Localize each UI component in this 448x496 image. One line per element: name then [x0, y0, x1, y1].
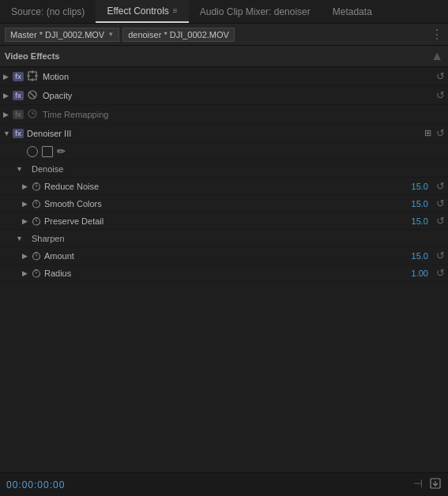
opacity-reset-button[interactable]: ↺	[436, 89, 445, 101]
smooth-colors-label: Smooth Colors	[44, 199, 405, 209]
reduce-noise-expand[interactable]: ▶	[22, 182, 32, 190]
denoiser-clip-selector[interactable]: denoiser * DJI_0002.MOV	[122, 28, 235, 42]
motion-fx-badge: fx	[13, 72, 24, 81]
clip-selector-row: Master * DJI_0002.MOV ▼ denoiser * DJI_0…	[0, 24, 448, 46]
reduce-noise-label: Reduce Noise	[44, 182, 405, 191]
export-frame-icon[interactable]	[429, 477, 442, 492]
radius-stopwatch-icon[interactable]	[32, 269, 41, 278]
opacity-fx-badge: fx	[13, 91, 24, 100]
preserve-detail-reset[interactable]: ↺	[436, 215, 445, 227]
radius-row[interactable]: ▶ Radius 1.00 ↺	[0, 265, 448, 282]
motion-effect-name: Motion	[43, 72, 433, 81]
amount-label: Amount	[44, 251, 405, 261]
reduce-noise-value[interactable]: 15.0	[405, 182, 428, 191]
bottom-bar: 00:00:00:00 ⊣	[0, 472, 448, 496]
smooth-colors-reset[interactable]: ↺	[436, 197, 445, 209]
go-to-in-icon[interactable]: ⊣	[413, 477, 423, 492]
radius-reset[interactable]: ↺	[436, 267, 445, 279]
reduce-noise-reset[interactable]: ↺	[436, 180, 445, 192]
motion-effect-row[interactable]: ▶ fx Motion ↺	[0, 67, 448, 86]
time-remapping-expand-arrow[interactable]: ▶	[3, 111, 13, 118]
preserve-detail-expand[interactable]: ▶	[22, 217, 32, 225]
denoiser-square-icon[interactable]	[42, 146, 53, 157]
bottom-icons-group: ⊣	[413, 477, 442, 492]
tab-bar: Source: (no clips) Effect Controls ≡ Aud…	[0, 0, 448, 24]
smooth-colors-expand[interactable]: ▶	[22, 200, 32, 208]
opacity-expand-arrow[interactable]: ▶	[3, 92, 13, 100]
time-remapping-row[interactable]: ▶ fx Time Remapping	[0, 105, 448, 124]
denoiser-expand-arrow[interactable]: ▼	[3, 130, 13, 137]
tab-source[interactable]: Source: (no clips)	[0, 0, 96, 23]
tab-audio-clip-mixer[interactable]: Audio Clip Mixer: denoiser	[189, 0, 322, 23]
amount-expand[interactable]: ▶	[22, 252, 32, 260]
video-effects-scroll-up[interactable]: ▲	[431, 49, 443, 63]
denoiser-effect-name: Denoiser III	[27, 129, 421, 138]
effects-panel: Video Effects ▲ ▶ fx Motion ↺ ▶ fx Opaci…	[0, 46, 448, 472]
reduce-noise-stopwatch-icon[interactable]	[32, 182, 41, 191]
effect-controls-menu-icon[interactable]: ≡	[173, 6, 178, 15]
timecode-display: 00:00:00:00	[6, 479, 65, 490]
svg-line-6	[30, 92, 35, 97]
preserve-detail-value[interactable]: 15.0	[405, 216, 428, 226]
denoiser-circle-icon[interactable]	[27, 146, 38, 157]
time-remapping-effect-name: Time Remapping	[43, 110, 445, 119]
sharpen-group-expand[interactable]: ▼	[16, 235, 25, 242]
reduce-noise-row[interactable]: ▶ Reduce Noise 15.0 ↺	[0, 178, 448, 195]
panel-menu-button[interactable]: ⋮	[431, 28, 443, 41]
master-clip-arrow: ▼	[107, 31, 114, 38]
denoiser-icons-group: ⊞	[424, 128, 433, 138]
tab-effect-controls[interactable]: Effect Controls ≡	[96, 0, 188, 23]
master-clip-selector[interactable]: Master * DJI_0002.MOV ▼	[5, 28, 119, 42]
smooth-colors-stopwatch-icon[interactable]	[32, 199, 41, 209]
denoiser-setup-icon[interactable]: ⊞	[424, 128, 431, 138]
motion-transform-icon	[27, 70, 38, 83]
sharpen-group-name: Sharpen	[32, 234, 65, 243]
denoise-group-expand[interactable]: ▼	[16, 165, 25, 173]
denoiser-fx-badge: fx	[13, 129, 24, 138]
denoiser-pen-icon[interactable]: ✏	[57, 145, 66, 157]
tab-metadata[interactable]: Metadata	[322, 0, 383, 23]
motion-reset-button[interactable]: ↺	[436, 70, 445, 82]
motion-expand-arrow[interactable]: ▶	[3, 73, 13, 81]
opacity-effect-name: Opacity	[43, 91, 433, 100]
amount-stopwatch-icon[interactable]	[32, 251, 41, 261]
smooth-colors-value[interactable]: 15.0	[405, 199, 428, 209]
preserve-detail-row[interactable]: ▶ Preserve Detail 15.0 ↺	[0, 212, 448, 230]
video-effects-header: Video Effects ▲	[0, 46, 448, 67]
denoise-group-header[interactable]: ▼ Denoise	[0, 160, 448, 178]
amount-row[interactable]: ▶ Amount 15.0 ↺	[0, 247, 448, 265]
radius-value[interactable]: 1.00	[405, 269, 428, 278]
radius-expand[interactable]: ▶	[22, 269, 32, 277]
preserve-detail-stopwatch-icon[interactable]	[32, 216, 41, 226]
time-remapping-icon	[27, 108, 38, 121]
radius-label: Radius	[44, 269, 405, 278]
denoiser-shape-icons-row: ✏	[0, 143, 448, 160]
denoise-group-name: Denoise	[32, 164, 63, 174]
amount-reset[interactable]: ↺	[436, 250, 445, 261]
amount-value[interactable]: 15.0	[405, 251, 428, 261]
denoiser-header-row[interactable]: ▼ fx Denoiser III ⊞ ↺	[0, 124, 448, 143]
opacity-icon	[27, 89, 38, 102]
sharpen-group-header[interactable]: ▼ Sharpen	[0, 230, 448, 247]
smooth-colors-row[interactable]: ▶ Smooth Colors 15.0 ↺	[0, 195, 448, 212]
denoiser-reset-button[interactable]: ↺	[436, 127, 445, 139]
opacity-effect-row[interactable]: ▶ fx Opacity ↺	[0, 86, 448, 105]
preserve-detail-label: Preserve Detail	[44, 216, 405, 226]
time-remapping-fx-badge: fx	[13, 110, 24, 119]
